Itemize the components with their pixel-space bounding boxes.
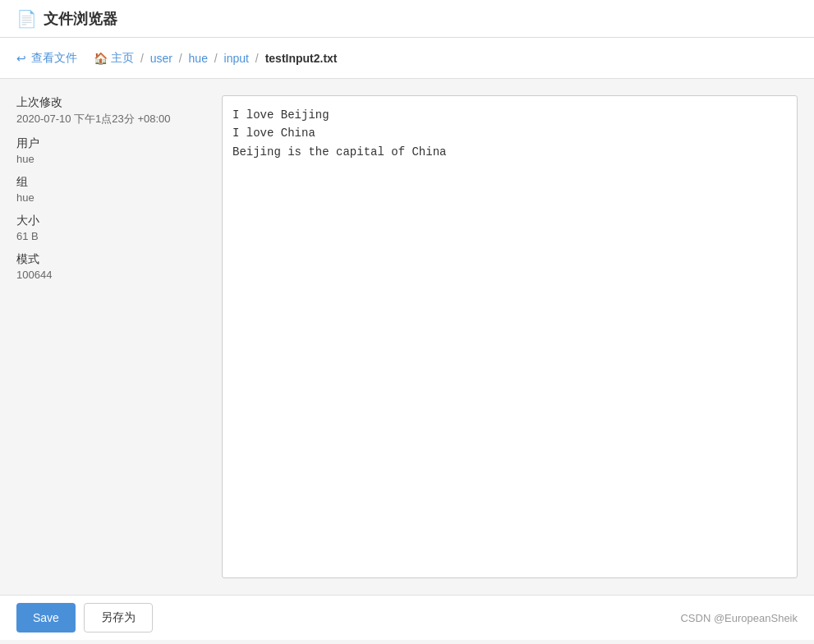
breadcrumb: 🏠 主页 / user / hue / input / testInput2.t… (94, 51, 338, 66)
app-title-text: 文件浏览器 (44, 9, 117, 29)
breadcrumb-hue[interactable]: hue (189, 52, 208, 65)
last-modified-value: 2020-07-10 下午1点23分 +08:00 (16, 112, 205, 126)
saveas-button[interactable]: 另存为 (84, 603, 153, 632)
footer-bar: Save 另存为 CSDN @EuropeanSheik (0, 595, 814, 640)
user-label: 用户 (16, 136, 205, 151)
meta-group: 组 hue (16, 175, 205, 204)
sep-1: / (176, 52, 186, 65)
sidebar: 上次修改 2020-07-10 下午1点23分 +08:00 用户 hue 组 … (16, 95, 205, 578)
footer-buttons: Save 另存为 (16, 603, 153, 632)
footer-credit: CSDN @EuropeanSheik (680, 612, 798, 624)
sep-0: / (137, 52, 147, 65)
file-editor[interactable] (222, 95, 798, 578)
back-link[interactable]: ↩ 查看文件 (16, 51, 77, 66)
meta-user: 用户 hue (16, 136, 205, 165)
home-link[interactable]: 🏠 主页 (94, 51, 134, 66)
mode-label: 模式 (16, 252, 205, 267)
back-label: 查看文件 (31, 51, 77, 66)
group-label: 组 (16, 175, 205, 190)
home-icon: 🏠 (94, 52, 108, 65)
file-content-wrapper (222, 95, 798, 578)
sep-2: / (211, 52, 221, 65)
breadcrumb-user[interactable]: user (150, 52, 172, 65)
size-label: 大小 (16, 214, 205, 228)
nav-bar: ↩ 查看文件 🏠 主页 / user / hue / input / testI… (0, 38, 814, 79)
app-title: 📄 文件浏览器 (16, 9, 117, 29)
group-value: hue (16, 191, 205, 204)
mode-value: 100644 (16, 269, 205, 281)
last-modified-label: 上次修改 (16, 95, 205, 110)
main-content: 上次修改 2020-07-10 下午1点23分 +08:00 用户 hue 组 … (0, 79, 814, 595)
user-value: hue (16, 153, 205, 165)
home-label: 主页 (111, 51, 134, 66)
save-button[interactable]: Save (16, 603, 76, 632)
meta-mode: 模式 100644 (16, 252, 205, 281)
breadcrumb-input[interactable]: input (224, 52, 249, 65)
breadcrumb-filename: testInput2.txt (265, 52, 338, 65)
sep-3: / (252, 52, 262, 65)
meta-last-modified: 上次修改 2020-07-10 下午1点23分 +08:00 (16, 95, 205, 126)
size-value: 61 B (16, 230, 205, 242)
back-arrow-icon: ↩ (16, 52, 26, 65)
top-bar: 📄 文件浏览器 (0, 0, 814, 38)
meta-size: 大小 61 B (16, 214, 205, 242)
file-icon: 📄 (16, 9, 37, 29)
